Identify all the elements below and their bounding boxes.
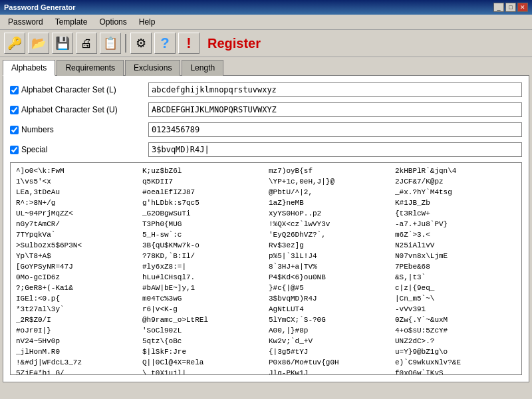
menu-password[interactable]: Password [3, 16, 49, 28]
list-item: p%5|`3lL!J4 [269, 251, 390, 261]
list-item: @PbtU/^|2, [269, 187, 390, 198]
checkbox-upper[interactable] [10, 106, 19, 114]
list-item: 3$bvqMD)R4J [269, 293, 390, 304]
label-numbers[interactable]: Numbers [10, 125, 143, 134]
list-item: ?78KD,`B:Il/ [142, 251, 263, 261]
checkbox-special[interactable] [10, 146, 19, 154]
list-item: c|z|{9eq_ [395, 283, 516, 293]
list-item: 8`3HJ+a|TV% [269, 261, 390, 272]
list-item: T3Ph0{MUG [142, 219, 263, 229]
tab-requirements[interactable]: Requirements [57, 60, 124, 76]
minimize-button[interactable]: _ [493, 3, 504, 12]
list-item: nGy7tAmCR/ [16, 219, 137, 229]
toolbar-separator [125, 34, 126, 53]
title-bar: Password Generator _ □ ✕ [0, 0, 532, 15]
password-col-col2: K;uz$bZ6lq5KDII7#oealEfIZJ87g'hLDbk:s7qc… [140, 166, 266, 375]
list-item: 1\vs5'<x [16, 176, 137, 187]
tab-content-alphabets: Alphabet Character Set (L) Alphabet Char… [3, 75, 529, 382]
list-item: e)`C9wkuxNlv?&E [395, 357, 516, 368]
maximize-button[interactable]: □ [505, 3, 516, 12]
settings-icon: ⚙ [136, 36, 146, 51]
input-numbers[interactable] [148, 122, 522, 137]
list-item: N07vn8x\LjmE [395, 251, 516, 261]
list-item: #bAW|bE~]y,1 [142, 283, 263, 293]
list-item: P0x86/Mo#tuv{g0H [269, 357, 390, 368]
password-col-col4: 2kHBPlR`&jqn\42JCF&7/K@pz_#x.?hY`M4tsgK#… [392, 166, 519, 375]
input-special[interactable] [148, 142, 522, 157]
list-item: Yp\T8+A$ [16, 251, 137, 261]
list-item: Q||0Cl@4X=Rela [142, 357, 263, 368]
main-window: Alphabets Requirements Exclusions Length… [0, 57, 532, 385]
field-row-upper: Alphabet Character Set (U) [10, 102, 522, 117]
list-item: 2JCF&7/K@pz [395, 176, 516, 187]
field-row-special: Special [10, 142, 522, 157]
list-item: \ t0X1ujl| [142, 368, 263, 375]
save-button[interactable]: 💾 [52, 33, 73, 54]
label-upper[interactable]: Alphabet Character Set (U) [10, 105, 143, 114]
list-item: ?;GeR8+(-Ka1& [16, 283, 137, 293]
list-item: f0xQ6w`IKyS [395, 368, 516, 375]
list-item: 'EyQ26DhVZ?`, [269, 229, 390, 240]
copy-icon: 📋 [103, 36, 118, 51]
settings-button[interactable]: ⚙ [130, 33, 152, 54]
list-item: K;uz$bZ6l [142, 166, 263, 176]
list-item: A00,|}#8p [269, 325, 390, 336]
list-item: {|3g5#tYJ [269, 346, 390, 357]
register-label: Register [207, 36, 261, 51]
menu-help[interactable]: Help [134, 16, 161, 28]
copy-button[interactable]: 📋 [100, 33, 121, 54]
input-upper[interactable] [148, 102, 522, 117]
label-special[interactable]: Special [10, 145, 143, 154]
list-item: _jlHonM.R0 [16, 346, 137, 357]
key-icon: 🔑 [7, 36, 22, 51]
folder-open-icon: 📂 [31, 36, 46, 51]
list-item: -a7.+Ju8`PV} [395, 219, 516, 229]
list-item: r6|v<K-g [142, 304, 263, 315]
close-button[interactable]: ✕ [517, 3, 528, 12]
list-item: 3B{qU$KMw7k-o [142, 240, 263, 251]
list-item: _G2OBgwSuTi [142, 208, 263, 219]
list-item: 7PEbe&68 [395, 261, 516, 272]
list-item: 4+o$sU:5ZcY# [395, 325, 516, 336]
input-lower[interactable] [148, 82, 522, 97]
list-item: UL~94PrjMqZZ< [16, 208, 137, 219]
list-item: N25iAl1vV [395, 240, 516, 251]
list-item: K#1JB_Zb [395, 198, 516, 208]
list-item: !%QX<cz`lwVY3v [269, 219, 390, 229]
tab-bar: Alphabets Requirements Exclusions Length [3, 60, 529, 76]
tab-length[interactable]: Length [182, 60, 223, 76]
password-list: ^]o0<\k:FwM1\vs5'<xLEa,3tDeAuR^:>8N+/gUL… [10, 162, 522, 375]
menu-options[interactable]: Options [94, 16, 132, 28]
list-item: 5qtz\{oBc [142, 336, 263, 346]
open-button[interactable]: 📂 [28, 33, 49, 54]
menu-template[interactable]: Template [50, 16, 93, 28]
help-icon: ? [160, 35, 169, 52]
tab-exclusions[interactable]: Exclusions [125, 60, 180, 76]
list-item: 1aZ}neMB [269, 198, 390, 208]
password-col-col3: mz7)oyB{sf\YP+1c,0eH,J|}@@PbtU/^|2,1aZ}n… [266, 166, 392, 375]
list-item: >Sulbozx5$6P3N< [16, 240, 137, 251]
field-row-lower: Alphabet Character Set (L) [10, 82, 522, 97]
list-item: q5KDII7 [142, 176, 263, 187]
menu-bar: Password Template Options Help [0, 15, 532, 30]
label-lower[interactable]: Alphabet Character Set (L) [10, 85, 143, 94]
password-columns: ^]o0<\k:FwM1\vs5'<xLEa,3tDeAuR^:>8N+/gUL… [13, 166, 519, 375]
save-icon: 💾 [55, 36, 70, 51]
list-item: g'hLDbk:s7qc5 [142, 198, 263, 208]
title-bar-text: Password Generator [4, 3, 76, 11]
checkbox-numbers[interactable] [10, 126, 19, 134]
print-button[interactable]: 🖨 [76, 33, 97, 54]
key-button[interactable]: 🔑 [4, 33, 25, 54]
list-item: mz7)oyB{sf [269, 166, 390, 176]
list-item: Rv$3ez]g [269, 240, 390, 251]
field-row-numbers: Numbers [10, 122, 522, 137]
list-item: 'SoCl90zL [142, 325, 263, 336]
help-button[interactable]: ? [154, 33, 176, 54]
warning-button[interactable]: ! [178, 33, 200, 54]
list-item: \YP+1c,0eH,J|}@ [269, 176, 390, 187]
checkbox-lower[interactable] [10, 86, 19, 94]
list-item: 5lYmCX;`S-?0G [269, 315, 390, 325]
list-item: LEa,3tDeAu [16, 187, 137, 198]
tab-alphabets[interactable]: Alphabets [3, 60, 55, 76]
list-item: #oealEfIZJ87 [142, 187, 263, 198]
